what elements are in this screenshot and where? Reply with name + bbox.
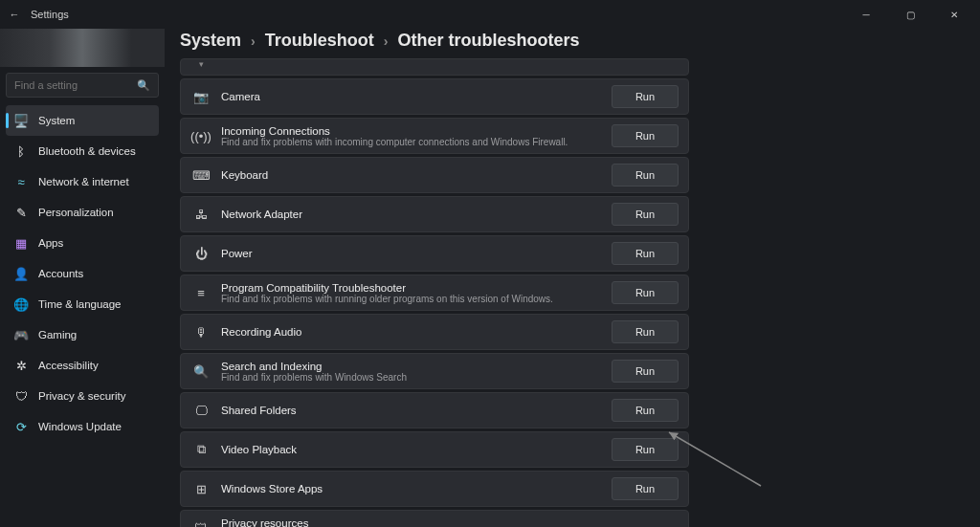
sidebar-item-label: System — [38, 115, 75, 126]
troubleshooter-row: ⧉ Video Playback Run — [180, 431, 689, 468]
run-button[interactable]: Run — [612, 124, 679, 147]
search-icon: 🔍 — [137, 79, 150, 92]
chevron-down-icon: ▾ — [190, 59, 212, 69]
troubleshooter-row: ((•)) Incoming Connections Find and fix … — [180, 118, 689, 154]
sidebar: 🔍 🖥️ Systemᛒ Bluetooth & devices≈ Networ… — [0, 29, 165, 527]
item-desc: Find and fix problems with Windows Searc… — [221, 372, 407, 383]
nav-icon: ᛒ — [13, 144, 29, 159]
troubleshooter-row: 🔍 Search and Indexing Find and fix probl… — [180, 353, 689, 389]
item-icon: 📷 — [190, 90, 212, 104]
nav-icon: ✎ — [13, 206, 29, 220]
sidebar-item-time-language[interactable]: 🌐 Time & language — [6, 289, 159, 319]
sidebar-item-label: Windows Update — [38, 421, 122, 432]
nav-icon: ⟳ — [13, 420, 29, 434]
item-icon: 🖵 — [190, 404, 212, 418]
item-title: Keyboard — [221, 169, 268, 181]
maximize-button[interactable]: ▢ — [888, 0, 932, 29]
troubleshooter-row: ⊞ Windows Store Apps Run — [180, 471, 689, 507]
privacy-resources-row[interactable]: 🛡 Privacy resources About these settings… — [180, 510, 689, 527]
sidebar-item-network-internet[interactable]: ≈ Network & internet — [6, 166, 159, 197]
item-title: Shared Folders — [221, 405, 297, 416]
sidebar-item-label: Accounts — [38, 268, 83, 279]
sidebar-item-system[interactable]: 🖥️ System — [6, 105, 159, 136]
item-icon: 🔍 — [190, 364, 212, 379]
item-icon: ⌨ — [190, 168, 212, 183]
nav-icon: 🖥️ — [13, 114, 29, 128]
run-button[interactable]: Run — [612, 281, 679, 304]
run-button[interactable]: Run — [612, 320, 679, 343]
item-icon: ⧉ — [190, 442, 212, 457]
item-icon: ≡ — [190, 286, 212, 300]
run-button[interactable]: Run — [612, 164, 679, 187]
nav-icon: 👤 — [13, 267, 29, 281]
sidebar-item-label: Apps — [38, 237, 63, 249]
breadcrumb: System › Troubleshoot › Other troublesho… — [180, 31, 965, 51]
sidebar-item-bluetooth-devices[interactable]: ᛒ Bluetooth & devices — [6, 136, 159, 166]
nav-icon: 🌐 — [13, 297, 29, 312]
shield-icon: 🛡 — [190, 520, 212, 527]
item-title: Camera — [221, 91, 260, 102]
crumb-troubleshoot[interactable]: Troubleshoot — [265, 31, 374, 51]
prev-item-partial: ▾ — [180, 58, 689, 76]
item-title: Incoming Connections — [221, 125, 568, 137]
minimize-button[interactable]: ─ — [844, 0, 888, 29]
sidebar-item-accessibility[interactable]: ✲ Accessibility — [6, 350, 159, 381]
run-button[interactable]: Run — [612, 438, 679, 461]
main-panel: System › Troubleshoot › Other troublesho… — [165, 29, 980, 527]
troubleshooter-row: 🖧 Network Adapter Run — [180, 196, 689, 232]
titlebar: ← Settings ─ ▢ ✕ — [0, 0, 980, 29]
sidebar-item-personalization[interactable]: ✎ Personalization — [6, 197, 159, 228]
nav-icon: ▦ — [13, 236, 29, 251]
item-icon: 🖧 — [190, 208, 212, 222]
chevron-right-icon: › — [251, 33, 256, 49]
item-title: Video Playback — [221, 444, 297, 455]
sidebar-item-label: Accessibility — [38, 360, 99, 371]
item-icon: ⊞ — [190, 482, 212, 496]
item-title: Power — [221, 248, 253, 259]
item-title: Search and Indexing — [221, 361, 407, 372]
sidebar-item-label: Gaming — [38, 329, 77, 340]
item-title: Network Adapter — [221, 209, 302, 220]
close-button[interactable]: ✕ — [932, 0, 976, 29]
nav-icon: 🎮 — [13, 328, 29, 342]
nav-icon: ≈ — [13, 175, 29, 189]
run-button[interactable]: Run — [612, 360, 679, 383]
search-input[interactable] — [14, 79, 150, 91]
window-title: Settings — [31, 9, 69, 20]
sidebar-item-windows-update[interactable]: ⟳ Windows Update — [6, 411, 159, 442]
sidebar-item-label: Privacy & security — [38, 390, 125, 402]
sidebar-item-label: Bluetooth & devices — [38, 145, 136, 157]
item-icon: 🎙 — [190, 325, 212, 340]
item-title: Windows Store Apps — [221, 483, 323, 494]
item-title: Program Compatibility Troubleshooter — [221, 282, 553, 294]
search-box[interactable]: 🔍 — [6, 73, 159, 98]
info-title: Privacy resources — [221, 517, 381, 528]
troubleshooter-row: 📷 Camera Run — [180, 78, 689, 115]
troubleshooter-row: ⌨ Keyboard Run — [180, 157, 689, 193]
item-desc: Find and fix problems with running older… — [221, 294, 553, 304]
item-icon: ((•)) — [190, 129, 212, 143]
sidebar-item-privacy-security[interactable]: 🛡 Privacy & security — [6, 381, 159, 411]
back-button[interactable]: ← — [4, 9, 25, 20]
chevron-right-icon: › — [384, 33, 389, 49]
run-button[interactable]: Run — [612, 203, 679, 226]
run-button[interactable]: Run — [612, 242, 679, 265]
run-button[interactable]: Run — [612, 399, 679, 422]
crumb-current: Other troubleshooters — [397, 31, 579, 51]
item-desc: Find and fix problems with incoming comp… — [221, 137, 568, 147]
run-button[interactable]: Run — [612, 85, 679, 108]
run-button[interactable]: Run — [612, 477, 679, 500]
sidebar-item-label: Time & language — [38, 298, 122, 310]
crumb-system[interactable]: System — [180, 31, 241, 51]
sidebar-item-accounts[interactable]: 👤 Accounts — [6, 258, 159, 289]
troubleshooter-row: ≡ Program Compatibility Troubleshooter F… — [180, 274, 689, 311]
sidebar-item-gaming[interactable]: 🎮 Gaming — [6, 319, 159, 350]
troubleshooter-row: ⏻ Power Run — [180, 235, 689, 272]
troubleshooter-row: 🖵 Shared Folders Run — [180, 392, 689, 428]
item-title: Recording Audio — [221, 326, 301, 338]
user-banner[interactable] — [0, 29, 165, 67]
sidebar-item-apps[interactable]: ▦ Apps — [6, 228, 159, 258]
sidebar-item-label: Network & internet — [38, 176, 129, 187]
nav-icon: ✲ — [13, 359, 29, 373]
sidebar-item-label: Personalization — [38, 207, 114, 218]
